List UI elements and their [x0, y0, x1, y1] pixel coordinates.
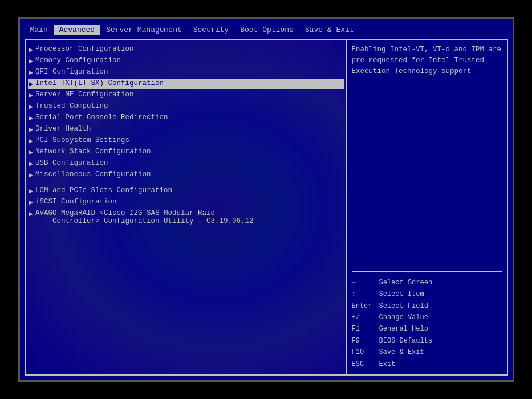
- key-code: F10: [352, 347, 377, 358]
- key-code: Enter: [352, 300, 377, 312]
- key-desc: Select Field: [379, 300, 502, 312]
- key-help-row: EnterSelect Field: [352, 300, 502, 312]
- entry-label: Miscellaneous Configuration: [35, 170, 342, 178]
- key-code: ↕: [352, 288, 377, 300]
- key-help-row: +/-Change Value: [352, 312, 502, 323]
- entry-label: Server ME Configuration: [35, 91, 342, 99]
- title-bar: [20, 19, 513, 23]
- arrow-icon: ▶: [29, 148, 34, 157]
- key-desc: General Help: [379, 323, 502, 335]
- help-text: Enabling Intel-VT, VT-d and TPM are pre-…: [352, 44, 502, 272]
- left-panel: ▶Processor Configuration▶Memory Configur…: [26, 40, 347, 374]
- menu-entry[interactable]: ▶Miscellaneous Configuration: [28, 170, 344, 180]
- menu-entry[interactable]: ▶Serial Port Console Redirection: [28, 113, 344, 123]
- arrow-icon: ▶: [29, 125, 34, 134]
- menu-entry[interactable]: ▶Processor Configuration: [28, 44, 344, 55]
- menu-entry[interactable]: ▶Network Stack Configuration: [28, 147, 344, 157]
- menu-entry[interactable]: ▶LOM and PCIe Slots Configuration: [28, 186, 344, 196]
- menu-entry[interactable]: ▶iSCSI Configuration: [28, 197, 344, 207]
- key-help: ↔Select Screen↕Select ItemEnterSelect Fi…: [352, 277, 502, 370]
- entry-label: Trusted Computing: [35, 102, 342, 110]
- key-desc: BIOS Defaults: [379, 335, 502, 347]
- right-panel: Enabling Intel-VT, VT-d and TPM are pre-…: [347, 40, 507, 374]
- entry-label: Memory Configuration: [35, 56, 342, 64]
- arrow-icon: ▶: [29, 68, 34, 77]
- key-desc: Select Item: [379, 288, 502, 300]
- arrow-icon: ▶: [29, 170, 34, 180]
- arrow-icon: ▶: [29, 136, 34, 145]
- key-code: +/-: [352, 312, 377, 323]
- entry-label: USB Configuration: [35, 159, 342, 167]
- key-code: ↔: [352, 277, 377, 288]
- arrow-icon: ▶: [29, 56, 34, 66]
- arrow-icon: ▶: [29, 186, 34, 196]
- content-area: ▶Processor Configuration▶Memory Configur…: [25, 39, 508, 376]
- menu-item-advanced[interactable]: Advanced: [54, 25, 100, 35]
- key-help-row: ↔Select Screen: [352, 277, 502, 288]
- arrow-icon: ▶: [29, 159, 34, 168]
- menu-entry[interactable]: ▶Memory Configuration: [28, 56, 344, 66]
- menu-entry[interactable]: ▶Trusted Computing: [28, 101, 344, 112]
- menu-entry[interactable]: ▶Driver Health: [28, 124, 344, 135]
- arrow-icon: ▶: [29, 79, 34, 88]
- entry-label: LOM and PCIe Slots Configuration: [35, 186, 342, 194]
- entry-label: iSCSI Configuration: [35, 198, 342, 206]
- separator: [28, 181, 344, 185]
- key-help-row: F10Save & Exit: [352, 347, 502, 358]
- arrow-icon: ▶: [29, 113, 34, 123]
- menu-entry[interactable]: ▶USB Configuration: [28, 158, 344, 169]
- entry-label: AVAGO MegaRAID <Cisco 12G SAS Modular Ra…: [35, 209, 342, 225]
- entry-label: Intel TXT(LT-SX) Configuration: [35, 79, 342, 87]
- entry-label: QPI Configuration: [35, 68, 342, 76]
- menu-item-save-&-exit[interactable]: Save & Exit: [299, 25, 360, 35]
- key-desc: Save & Exit: [379, 347, 502, 358]
- bios-screen: MainAdvancedServer ManagementSecurityBoo…: [18, 17, 514, 382]
- menu-entry[interactable]: ▶Intel TXT(LT-SX) Configuration: [28, 79, 344, 89]
- key-help-row: ↕Select Item: [352, 288, 502, 300]
- key-help-row: F9BIOS Defaults: [352, 335, 502, 347]
- menu-item-boot-options[interactable]: Boot Options: [234, 25, 299, 35]
- menu-bar: MainAdvancedServer ManagementSecurityBoo…: [20, 23, 513, 36]
- key-help-row: ESCExit: [352, 359, 502, 370]
- menu-entry[interactable]: ▶QPI Configuration: [28, 67, 344, 78]
- key-desc: Select Screen: [379, 277, 502, 288]
- entry-label: Processor Configuration: [35, 45, 342, 53]
- menu-item-security[interactable]: Security: [188, 25, 234, 35]
- key-help-row: F1General Help: [352, 323, 502, 335]
- key-desc: Change Value: [379, 312, 502, 323]
- entry-label: PCI Subsystem Settings: [35, 136, 342, 144]
- arrow-icon: ▶: [29, 102, 34, 111]
- arrow-icon: ▶: [29, 91, 34, 100]
- arrow-icon: ▶: [29, 45, 34, 54]
- menu-item-main[interactable]: Main: [25, 25, 54, 35]
- key-code: F1: [352, 323, 377, 335]
- key-desc: Exit: [379, 359, 502, 370]
- entry-label: Serial Port Console Redirection: [35, 113, 342, 121]
- key-code: F9: [352, 335, 377, 347]
- menu-item-server-management[interactable]: Server Management: [100, 25, 188, 35]
- entry-label: Network Stack Configuration: [35, 148, 342, 156]
- arrow-icon: ▶: [29, 209, 34, 218]
- menu-entry[interactable]: ▶AVAGO MegaRAID <Cisco 12G SAS Modular R…: [28, 209, 344, 226]
- entry-label: Driver Health: [35, 125, 342, 133]
- key-code: ESC: [352, 359, 377, 370]
- arrow-icon: ▶: [29, 198, 34, 207]
- menu-entry[interactable]: ▶PCI Subsystem Settings: [28, 136, 344, 146]
- menu-entry[interactable]: ▶Server ME Configuration: [28, 90, 344, 100]
